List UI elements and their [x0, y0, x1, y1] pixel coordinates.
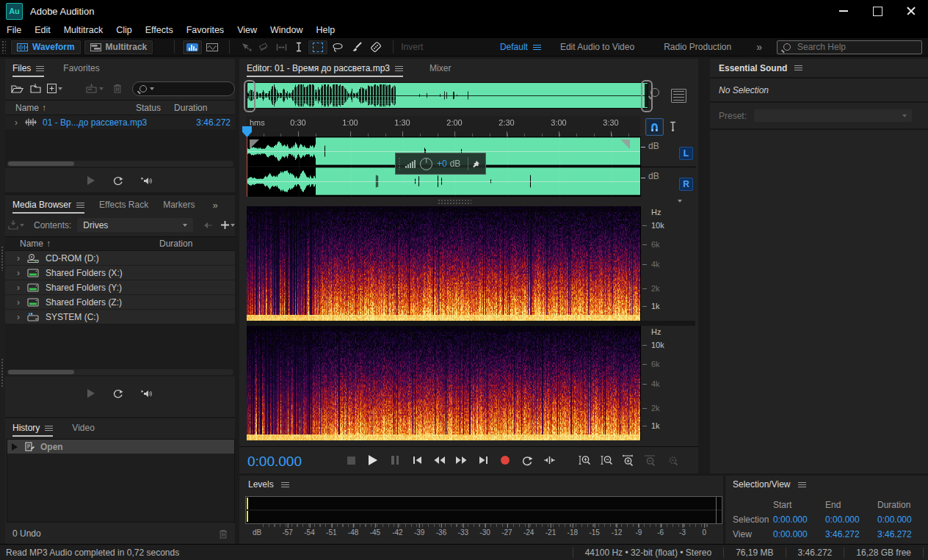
add-shortcut-button[interactable]	[221, 221, 235, 229]
marker-pin-button[interactable]	[666, 120, 679, 133]
tab-video[interactable]: Video	[72, 418, 94, 437]
selection-start[interactable]: 0:00.000	[773, 512, 825, 527]
col-duration[interactable]: Duration	[174, 103, 207, 113]
zoom-out-full-button[interactable]	[664, 452, 681, 468]
menu-help[interactable]: Help	[309, 25, 341, 35]
help-search-input[interactable]	[796, 41, 902, 53]
expand-chevron-icon[interactable]: ›	[17, 283, 20, 292]
spectral-view-button[interactable]	[203, 40, 222, 54]
view-start[interactable]: 0:00.000	[773, 527, 825, 542]
drive-row-system-c[interactable]: › SYSTEM (C:)	[5, 310, 235, 324]
expand-chevron-icon[interactable]: ›	[17, 269, 20, 277]
back-button[interactable]	[203, 222, 212, 229]
menu-view[interactable]: View	[231, 25, 264, 35]
hud-pin-icon[interactable]	[472, 160, 480, 168]
workspace-edit-audio-to-video[interactable]: Edit Audio to Video	[560, 42, 634, 52]
marquee-selection-tool-button[interactable]	[308, 40, 328, 55]
delete-file-button[interactable]	[108, 84, 126, 93]
record-button[interactable]	[496, 452, 514, 468]
loop-playback-button[interactable]	[518, 452, 536, 468]
tab-effects-rack[interactable]: Effects Rack	[99, 195, 148, 214]
drive-row-shared-z[interactable]: › Shared Folders (Z:)	[5, 295, 235, 310]
zoom-to-selection-button[interactable]	[620, 452, 637, 468]
new-file-button[interactable]	[45, 84, 65, 93]
media-browser-menu-icon[interactable]	[76, 203, 84, 208]
expand-chevron-icon[interactable]: ›	[17, 313, 20, 321]
waveform-mode-button[interactable]: Waveform	[10, 40, 81, 55]
menu-edit[interactable]: Edit	[28, 25, 57, 35]
loop-playback-button[interactable]	[112, 175, 123, 186]
workspace-default[interactable]: Default	[500, 42, 541, 52]
tab-favorites[interactable]: Favorites	[63, 59, 99, 78]
multitrack-mode-button[interactable]: Multitrack	[84, 40, 154, 55]
fast-forward-button[interactable]	[452, 452, 470, 468]
import-file-button[interactable]	[26, 84, 45, 93]
play-button[interactable]	[364, 452, 382, 468]
skip-to-start-button[interactable]	[408, 452, 426, 468]
zoom-in-at-point-button[interactable]	[642, 452, 659, 468]
lasso-selection-tool-button[interactable]	[328, 40, 347, 54]
expand-chevron-icon[interactable]: ›	[15, 118, 18, 127]
selection-end[interactable]: 0:00.000	[825, 512, 877, 527]
expand-chevron-icon[interactable]: ›	[17, 298, 20, 307]
insert-into-multitrack-button[interactable]	[84, 84, 105, 93]
files-hscrollbar[interactable]	[7, 161, 233, 167]
panel-grip[interactable]	[1, 246, 4, 271]
media-import-button[interactable]	[8, 220, 25, 230]
razor-tool-button[interactable]	[255, 40, 272, 54]
menu-effects[interactable]: Effects	[139, 25, 180, 35]
files-search-box[interactable]	[132, 81, 235, 96]
tab-mixer[interactable]: Mixer	[429, 59, 451, 78]
scroll-thumb[interactable]	[8, 161, 74, 166]
skip-to-end-button[interactable]	[474, 452, 492, 468]
wave-spectral-splitter[interactable]	[247, 197, 695, 206]
history-item-open[interactable]: Open	[7, 440, 234, 454]
minimize-button[interactable]	[827, 0, 860, 22]
move-tool-button[interactable]	[237, 40, 255, 54]
menu-clip[interactable]: Clip	[109, 25, 139, 35]
help-search-box[interactable]	[777, 40, 922, 54]
col-name[interactable]: Name	[20, 239, 43, 249]
hud-grip[interactable]	[398, 157, 402, 170]
left-channel-button[interactable]: L	[679, 147, 693, 160]
files-panel-menu-icon[interactable]	[36, 66, 44, 71]
hud-gain-value[interactable]: +0	[437, 159, 447, 169]
zoom-in-time-button[interactable]	[576, 452, 593, 468]
auto-play-button[interactable]	[141, 389, 153, 399]
essential-sound-menu-icon[interactable]	[794, 65, 802, 70]
tab-editor[interactable]: Editor: 01 - Время до рассвета.mp3	[247, 59, 403, 78]
time-selection-tool-button[interactable]	[290, 40, 308, 54]
view-duration[interactable]: 3:46.272	[877, 527, 928, 542]
skip-selection-button[interactable]	[540, 452, 558, 468]
panel-overflow-icon[interactable]: »	[213, 200, 218, 211]
preview-play-button[interactable]	[87, 389, 95, 398]
selection-duration[interactable]: 0:00.000	[877, 512, 928, 527]
paintbrush-selection-tool-button[interactable]	[347, 40, 366, 54]
close-button[interactable]	[894, 0, 928, 22]
spot-healing-brush-tool-button[interactable]	[366, 40, 385, 54]
tab-history[interactable]: History	[12, 418, 53, 437]
col-status[interactable]: Status	[136, 103, 161, 113]
col-duration[interactable]: Duration	[159, 239, 192, 249]
fade-in-handle[interactable]	[250, 139, 259, 149]
selection-view-menu-icon[interactable]	[798, 482, 806, 487]
drive-row-cdrom[interactable]: › CD-ROM (D:)	[5, 251, 235, 266]
contents-dropdown[interactable]: Drives	[77, 218, 192, 232]
rewind-button[interactable]	[430, 452, 448, 468]
col-name[interactable]: Name	[15, 103, 39, 113]
history-delete-button[interactable]	[219, 529, 228, 539]
panel-grip[interactable]	[1, 358, 4, 388]
scroll-thumb[interactable]	[8, 370, 74, 374]
media-hscrollbar[interactable]	[7, 369, 233, 375]
preset-dropdown[interactable]	[754, 109, 912, 122]
timeline-ruler[interactable]: hms 0:30 1:00 1:30 2:00 2:30 3:00 3:30	[247, 116, 640, 137]
waveform-view-button[interactable]	[182, 40, 203, 55]
overview-left-handle[interactable]	[244, 80, 255, 112]
zoom-out-time-button[interactable]	[598, 452, 615, 468]
toolbar-grip[interactable]	[1, 40, 6, 54]
tab-media-browser[interactable]: Media Browser	[12, 195, 84, 214]
spectrogram-left-channel[interactable]	[247, 206, 640, 321]
history-menu-icon[interactable]	[45, 426, 53, 431]
workspace-overflow-icon[interactable]: »	[756, 41, 762, 53]
editor-menu-icon[interactable]	[395, 66, 403, 71]
